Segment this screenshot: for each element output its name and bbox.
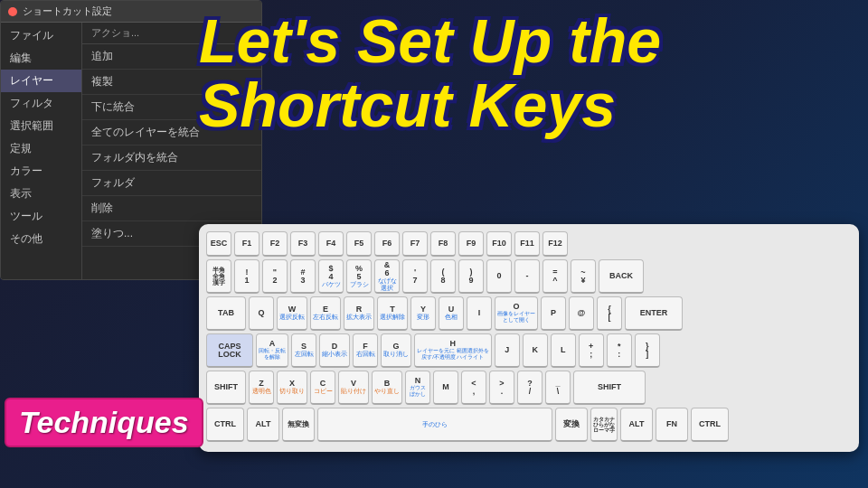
menu-item-color[interactable]: カラー bbox=[1, 160, 81, 183]
action-duplicate[interactable]: 複製 bbox=[82, 70, 261, 95]
key-f9[interactable]: F9 bbox=[458, 231, 484, 257]
menu-item-layer[interactable]: レイヤー bbox=[1, 70, 81, 92]
key-f10[interactable]: F10 bbox=[486, 231, 512, 257]
key-f8[interactable]: F8 bbox=[430, 231, 456, 257]
key-s[interactable]: S左回転 bbox=[291, 333, 316, 368]
key-l[interactable]: L bbox=[551, 333, 576, 368]
menu-item-selection[interactable]: 選択範囲 bbox=[1, 115, 81, 137]
menu-item-other[interactable]: その他 bbox=[1, 228, 81, 250]
key-hat[interactable]: =^ bbox=[542, 259, 568, 294]
key-m[interactable]: M bbox=[433, 371, 458, 405]
key-bracket-l[interactable]: {[ bbox=[597, 296, 622, 331]
key-colon[interactable]: *: bbox=[607, 333, 632, 368]
key-hankaku[interactable]: 半角全角漢字 bbox=[206, 259, 231, 294]
key-f12[interactable]: F12 bbox=[542, 231, 568, 257]
action-merge-down[interactable]: 下に統合 bbox=[82, 95, 261, 120]
key-a[interactable]: A回転・反転を解除 bbox=[256, 333, 288, 368]
action-merge-all[interactable]: 全てのレイヤーを統合 bbox=[82, 120, 261, 145]
key-y[interactable]: Y変形 bbox=[410, 296, 436, 331]
key-4[interactable]: $4バケツ bbox=[318, 259, 344, 294]
key-f6[interactable]: F6 bbox=[374, 231, 400, 257]
key-r[interactable]: R拡大表示 bbox=[344, 296, 374, 331]
menu-item-file[interactable]: ファイル bbox=[1, 24, 81, 47]
key-6[interactable]: &6なげな選択 bbox=[374, 259, 400, 294]
keyboard: ESC F1 F2 F3 F4 F5 F6 F7 F8 F9 F10 F11 F… bbox=[199, 224, 859, 452]
key-yen[interactable]: ~¥ bbox=[571, 259, 596, 294]
key-w[interactable]: W選択反転 bbox=[277, 296, 307, 331]
action-delete[interactable]: 削除 bbox=[82, 196, 261, 221]
fn-key-row: ESC F1 F2 F3 F4 F5 F6 F7 F8 F9 F10 F11 F… bbox=[206, 231, 852, 257]
key-katakana[interactable]: カタカナひらがなローマ字 bbox=[590, 408, 618, 442]
key-bracket-r[interactable]: }] bbox=[635, 333, 660, 368]
key-t[interactable]: T選択解除 bbox=[377, 296, 408, 331]
key-fn-key[interactable]: FN bbox=[656, 408, 688, 442]
key-9[interactable]: )9 bbox=[458, 259, 484, 294]
key-g[interactable]: G取り消し bbox=[381, 333, 411, 368]
menu-item-ruler[interactable]: 定規 bbox=[1, 137, 81, 160]
techniques-badge: Techniques bbox=[5, 398, 203, 447]
action-folder[interactable]: フォルダ bbox=[82, 171, 261, 196]
key-d[interactable]: D縮小表示 bbox=[319, 333, 350, 368]
key-backslash[interactable]: _\ bbox=[545, 371, 571, 405]
key-5[interactable]: %5ブラシ bbox=[346, 259, 372, 294]
menu-item-edit[interactable]: 編集 bbox=[1, 47, 81, 70]
asdf-key-row: CAPS LOCK A回転・反転を解除 S左回転 D縮小表示 F右回転 G取り消… bbox=[206, 333, 852, 368]
action-add[interactable]: 追加 bbox=[82, 44, 261, 70]
key-ctrl-right[interactable]: CTRL bbox=[691, 408, 729, 442]
key-f7[interactable]: F7 bbox=[402, 231, 428, 257]
key-f5[interactable]: F5 bbox=[346, 231, 372, 257]
key-f3[interactable]: F3 bbox=[290, 231, 316, 257]
key-f[interactable]: F右回転 bbox=[353, 333, 378, 368]
key-7[interactable]: '7 bbox=[402, 259, 428, 294]
number-key-row: 半角全角漢字 !1 "2 #3 $4バケツ %5ブラシ &6なげな選択 '7 (… bbox=[206, 259, 852, 294]
key-p[interactable]: P bbox=[541, 296, 566, 331]
key-8[interactable]: (8 bbox=[430, 259, 456, 294]
key-muhenkan[interactable]: 無変換 bbox=[282, 408, 315, 442]
key-f11[interactable]: F11 bbox=[514, 231, 540, 257]
key-space[interactable]: 手のひら bbox=[317, 408, 552, 442]
key-comma[interactable]: <, bbox=[461, 371, 486, 405]
key-u[interactable]: U色相 bbox=[439, 296, 464, 331]
key-x[interactable]: X切り取り bbox=[277, 371, 307, 405]
key-alt-left[interactable]: ALT bbox=[247, 408, 279, 442]
key-at[interactable]: @ bbox=[569, 296, 594, 331]
key-z[interactable]: Z透明色 bbox=[249, 371, 274, 405]
key-n[interactable]: Nガウスぼかし bbox=[405, 371, 430, 405]
key-v[interactable]: V貼り付け bbox=[338, 371, 369, 405]
key-e[interactable]: E左右反転 bbox=[310, 296, 341, 331]
key-ctrl[interactable]: CTRL bbox=[206, 408, 244, 442]
key-j[interactable]: J bbox=[495, 333, 520, 368]
key-i[interactable]: I bbox=[467, 296, 492, 331]
key-period[interactable]: >. bbox=[489, 371, 514, 405]
action-merge-folder[interactable]: フォルダ内を統合 bbox=[82, 145, 261, 171]
key-slash[interactable]: ?/ bbox=[517, 371, 542, 405]
key-q[interactable]: Q bbox=[249, 296, 274, 331]
key-tab[interactable]: TAB bbox=[206, 296, 246, 331]
key-f1[interactable]: F1 bbox=[234, 231, 259, 257]
key-f4[interactable]: F4 bbox=[318, 231, 344, 257]
key-enter[interactable]: ENTER bbox=[625, 296, 683, 331]
techniques-label: Techniques bbox=[19, 405, 189, 439]
menu-item-filter[interactable]: フィルタ bbox=[1, 92, 81, 115]
key-semicolon[interactable]: +; bbox=[579, 333, 604, 368]
key-k[interactable]: K bbox=[523, 333, 548, 368]
key-3[interactable]: #3 bbox=[290, 259, 316, 294]
key-backspace[interactable]: BACK bbox=[599, 259, 644, 294]
key-b[interactable]: Bやり直し bbox=[372, 371, 402, 405]
menu-item-tool[interactable]: ツール bbox=[1, 205, 81, 228]
menu-item-view[interactable]: 表示 bbox=[1, 183, 81, 205]
key-h[interactable]: Hレイヤーを元に 範囲選択外を戻す/不透明度 ハイライト bbox=[414, 333, 492, 368]
key-shift-right[interactable]: SHIFT bbox=[573, 371, 646, 405]
key-henkan[interactable]: 変換 bbox=[555, 408, 588, 442]
key-2[interactable]: "2 bbox=[262, 259, 288, 294]
key-caps-lock[interactable]: CAPS LOCK bbox=[206, 333, 253, 368]
key-c[interactable]: Cコピー bbox=[310, 371, 335, 405]
key-f2[interactable]: F2 bbox=[262, 231, 288, 257]
key-0[interactable]: 0 bbox=[486, 259, 512, 294]
key-o[interactable]: O画像をレイヤーとして開く bbox=[495, 296, 538, 331]
key-1[interactable]: !1 bbox=[234, 259, 259, 294]
key-shift-left[interactable]: SHIFT bbox=[206, 371, 246, 405]
key-minus[interactable]: - bbox=[514, 259, 540, 294]
key-alt-right[interactable]: ALT bbox=[620, 408, 653, 442]
key-esc[interactable]: ESC bbox=[206, 231, 231, 257]
